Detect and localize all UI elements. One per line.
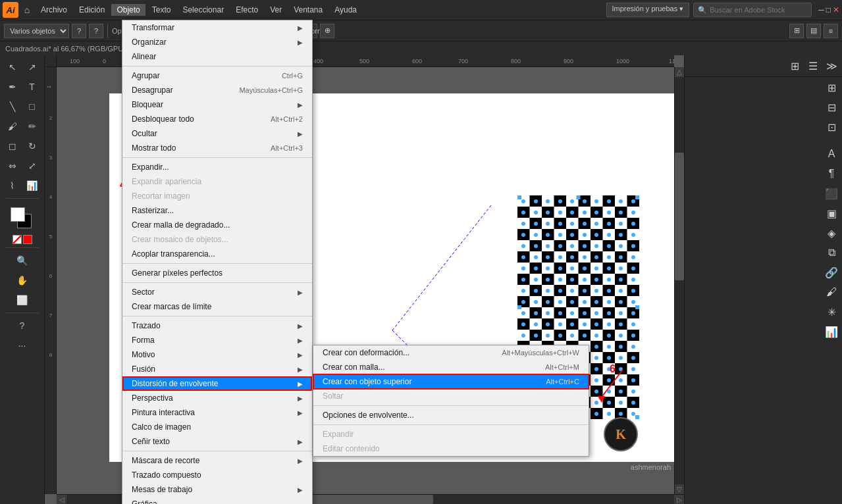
scroll-down-btn[interactable]: ▽ xyxy=(675,484,684,494)
submenu-crear-obj[interactable]: Crear con objeto superior Alt+Ctrl+C xyxy=(313,374,589,389)
menu-cenir[interactable]: Ceñir texto ▶ xyxy=(122,434,312,449)
panel-icon-expand[interactable]: ≫ xyxy=(824,58,839,74)
panel-btn2[interactable]: ▤ xyxy=(806,24,821,38)
menu-texto[interactable]: Texto xyxy=(147,4,176,16)
line-tool[interactable]: ╲ xyxy=(3,97,22,116)
menu-transformar[interactable]: Transformar ▶ xyxy=(122,20,312,35)
rp-appear-icon[interactable]: ◈ xyxy=(824,225,839,241)
no-color-swatch[interactable] xyxy=(13,235,22,244)
menu-pintura[interactable]: Pintura interactiva ▶ xyxy=(122,405,312,420)
menu-malla-deg[interactable]: Crear malla de degradado... xyxy=(122,218,312,232)
menu-ventana[interactable]: Ventana xyxy=(288,4,328,16)
submenu-crear-deform[interactable]: Crear con deformación... Alt+Mayúsculas+… xyxy=(313,345,589,360)
menu-mesas[interactable]: Mesas de trabajo ▶ xyxy=(122,482,312,497)
rp-sym-icon[interactable]: ✳ xyxy=(824,304,839,320)
menu-desbloquear[interactable]: Desbloquear todo Alt+Ctrl+2 xyxy=(122,112,312,126)
menu-ver[interactable]: Ver xyxy=(265,4,287,16)
panel-icon-grid[interactable]: ⊞ xyxy=(787,58,803,74)
fill-swatch[interactable] xyxy=(11,207,25,222)
menu-mascara[interactable]: Máscara de recorte ▶ xyxy=(122,453,312,468)
rp-para-icon[interactable]: ¶ xyxy=(824,166,839,182)
select-tool[interactable]: ↖ xyxy=(3,58,22,76)
scroll-right-btn[interactable]: ▷ xyxy=(674,495,684,504)
rotate-tool[interactable]: ↻ xyxy=(23,137,41,155)
rp-gradient-icon[interactable]: ▣ xyxy=(824,205,839,221)
menu-edicion[interactable]: Edición xyxy=(74,4,110,16)
paintbrush-tool[interactable]: 🖌 xyxy=(3,117,22,136)
panel-btn3[interactable]: ≡ xyxy=(824,24,838,38)
menu-trazado[interactable]: Trazado ▶ xyxy=(122,318,312,333)
rp-distribute-icon[interactable]: ⊟ xyxy=(824,99,839,115)
menu-grafica[interactable]: Gráfica xyxy=(122,497,312,504)
minimize-btn[interactable]: ─ xyxy=(818,5,824,14)
menu-perspectiva[interactable]: Perspectiva ▶ xyxy=(122,391,312,405)
rp-transform-icon[interactable]: ⊡ xyxy=(824,119,839,135)
direct-select-tool[interactable]: ↗ xyxy=(23,58,41,76)
menu-distorsion[interactable]: Distorsión de envolvente ▶ xyxy=(122,376,312,391)
selection-type[interactable]: Varios objetos xyxy=(4,24,69,38)
menu-objeto[interactable]: Objeto xyxy=(111,4,145,16)
menu-alinear[interactable]: Alinear xyxy=(122,49,312,64)
rp-layer-icon[interactable]: ⧉ xyxy=(824,245,839,261)
menu-bloquear[interactable]: Bloquear ▶ xyxy=(122,97,312,112)
menu-sector[interactable]: Sector ▶ xyxy=(122,285,312,299)
reflect-tool[interactable]: ⇔ xyxy=(3,157,22,175)
scrollbar-vertical[interactable]: △ ▽ xyxy=(674,67,684,494)
menu-seleccionar[interactable]: Seleccionar xyxy=(177,4,229,16)
rp-link-icon[interactable]: 🔗 xyxy=(824,265,839,280)
submenu-opciones[interactable]: Opciones de envolvente... xyxy=(313,408,589,422)
artboard-tool[interactable]: ⬜ xyxy=(13,291,32,309)
menu-forma[interactable]: Forma ▶ xyxy=(122,333,312,347)
graph-tool[interactable]: 📊 xyxy=(23,176,41,195)
warp-tool[interactable]: ⌇ xyxy=(3,176,22,195)
toolbar-divider1 xyxy=(107,24,108,38)
menu-expandir[interactable]: Expandir... xyxy=(122,160,312,174)
color-accent-swatch[interactable] xyxy=(23,235,32,244)
zoom-tool[interactable]: 🔍 xyxy=(13,251,32,270)
eraser-tool[interactable]: ◻ xyxy=(3,137,22,155)
rp-align-icon[interactable]: ⊞ xyxy=(824,80,839,95)
toolbar-question-btn1[interactable]: ? xyxy=(72,24,86,38)
menu-rasterizar[interactable]: Rasterizar... xyxy=(122,203,312,218)
scroll-up-btn[interactable]: △ xyxy=(675,67,684,77)
menu-marcas[interactable]: Crear marcas de límite xyxy=(122,299,312,314)
search-bar[interactable]: 🔍 xyxy=(693,3,812,17)
close-btn[interactable]: ✕ xyxy=(833,5,839,14)
menu-pixeles[interactable]: Generar píxeles perfectos xyxy=(122,266,312,280)
menu-motivo[interactable]: Motivo ▶ xyxy=(122,347,312,362)
menu-archivo[interactable]: Archivo xyxy=(36,4,72,16)
type-tool[interactable]: T xyxy=(23,78,41,96)
rp-text-icon[interactable]: A xyxy=(824,146,839,162)
menu-desagrupar[interactable]: Desagrupar Mayúsculas+Ctrl+G xyxy=(122,83,312,97)
panel-arrange-btn[interactable]: ⊞ xyxy=(789,24,804,38)
panel-icon-list[interactable]: ☰ xyxy=(805,58,821,74)
menu-ocultar[interactable]: Ocultar ▶ xyxy=(122,126,312,141)
menu-organizar[interactable]: Organizar ▶ xyxy=(122,35,312,49)
maximize-btn[interactable]: □ xyxy=(826,5,831,14)
menu-ayuda[interactable]: Ayuda xyxy=(329,4,362,16)
rp-graph-icon[interactable]: 📊 xyxy=(824,324,839,340)
shape-tool[interactable]: □ xyxy=(23,97,41,116)
toolbar-question-btn2[interactable]: ? xyxy=(89,24,103,38)
menu-efecto[interactable]: Efecto xyxy=(230,4,263,16)
workspace-selector[interactable]: Impresión y pruebas ▾ xyxy=(606,3,690,17)
pencil-tool[interactable]: ✏ xyxy=(23,117,41,136)
pen-tool[interactable]: ✒ xyxy=(3,78,22,96)
transform-icon[interactable]: ⊕ xyxy=(320,24,334,38)
hand-tool[interactable]: ✋ xyxy=(13,271,32,290)
menu-fusion[interactable]: Fusión ▶ xyxy=(122,362,312,376)
question-tool[interactable]: ? xyxy=(13,316,32,335)
submenu-crear-malla[interactable]: Crear con malla... Alt+Ctrl+M xyxy=(313,360,589,374)
menu-trazado-comp[interactable]: Trazado compuesto xyxy=(122,468,312,482)
home-icon[interactable]: ⌂ xyxy=(20,3,34,17)
rp-color-icon[interactable]: ⬛ xyxy=(824,186,839,201)
scroll-left-btn[interactable]: ◁ xyxy=(57,495,66,504)
rp-brush-icon[interactable]: 🖌 xyxy=(824,284,839,300)
menu-mostrar[interactable]: Mostrar todo Alt+Ctrl+3 xyxy=(122,141,312,155)
menu-agrupar[interactable]: Agrupar Ctrl+G xyxy=(122,68,312,83)
search-input[interactable] xyxy=(710,6,802,14)
menu-calco[interactable]: Calco de imagen xyxy=(122,420,312,434)
more-tools[interactable]: ··· xyxy=(13,336,32,355)
scale-tool[interactable]: ⤢ xyxy=(23,157,41,175)
menu-acoplar[interactable]: Acoplar transparencia... xyxy=(122,247,312,261)
